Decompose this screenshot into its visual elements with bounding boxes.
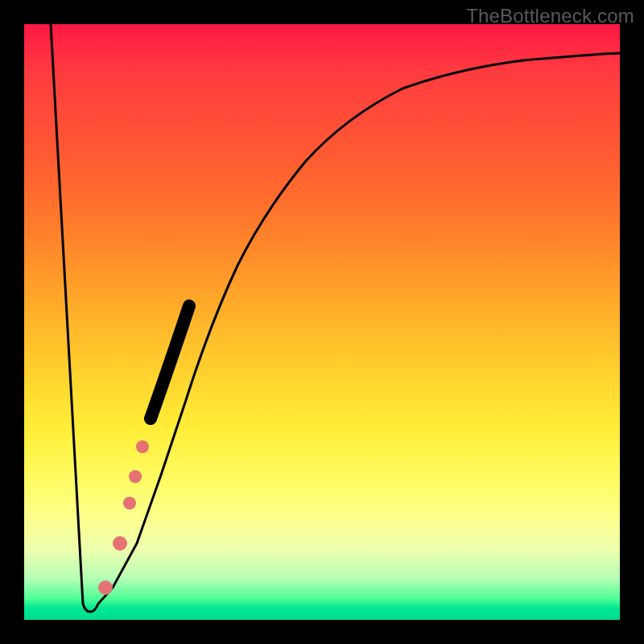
highlight-dot [129,470,142,483]
highlight-dot [98,580,113,595]
chart-frame: TheBottleneck.com [0,0,644,644]
highlight-segment [151,306,189,419]
watermark-text: TheBottleneck.com [466,5,634,27]
highlight-dot [113,536,127,551]
highlight-dot [123,497,136,510]
curve-layer [24,24,620,620]
plot-area [24,24,620,620]
highlight-dot [136,440,149,453]
bottleneck-curve [51,24,620,612]
